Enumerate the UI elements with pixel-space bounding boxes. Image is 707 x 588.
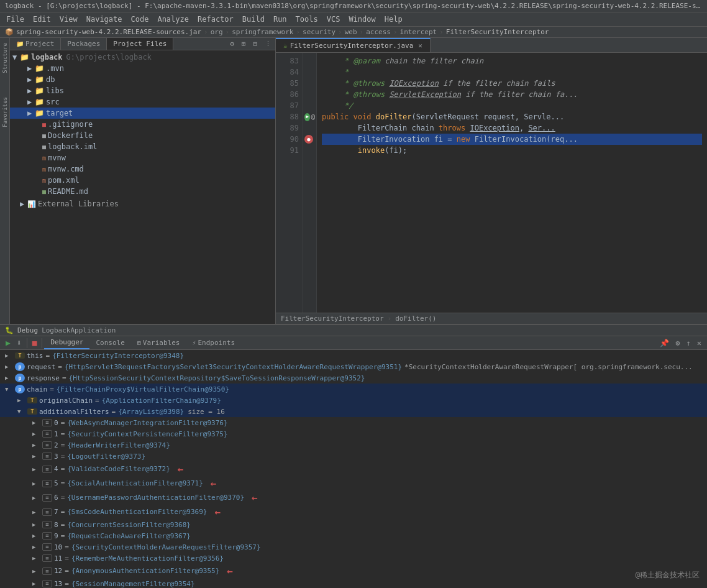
tree-db[interactable]: ▶ 📁 db xyxy=(10,74,275,85)
jar-file-label: spring-security-web-4.2.2.RELEASE-source… xyxy=(16,28,201,36)
debugger-tab-label: Debugger xyxy=(50,338,83,346)
var-filter-1[interactable]: ▶ ≡ 1 = {SecurityContextPersistenceFilte… xyxy=(0,428,707,439)
menu-item-help[interactable]: Help xyxy=(381,14,406,25)
debug-stop-btn[interactable]: ■ xyxy=(29,336,40,349)
tab-debugger[interactable]: Debugger xyxy=(44,336,89,349)
menu-item-window[interactable]: Window xyxy=(345,14,379,25)
menu-item-refactor[interactable]: Refactor xyxy=(194,14,237,25)
var-filter-5[interactable]: ▶ ≡ 5 = {SocialAuthenticationFilter@9371… xyxy=(0,476,707,490)
libs-label: libs xyxy=(46,86,64,95)
tab-packages-label: Packages xyxy=(67,40,100,48)
menu-bar: FileEditViewNavigateCodeAnalyzeRefactorB… xyxy=(0,12,707,27)
var-filter-9[interactable]: ▶ ≡ 9 = {RequestCacheAwareFilter@9367} xyxy=(0,530,707,541)
var-filter-3[interactable]: ▶ ≡ 3 = {LogoutFilter@9373} xyxy=(0,451,707,462)
bc-class: FilterSecurityInterceptor xyxy=(281,315,384,323)
collapse-icon[interactable]: ⊟ xyxy=(249,38,261,50)
breadcrumb-access: access xyxy=(366,28,391,36)
tab-console[interactable]: Console xyxy=(89,337,130,349)
code-line-90: FilterInvocation fi = new FilterInvocati… xyxy=(322,134,702,145)
console-tab-label: Console xyxy=(96,339,124,347)
code-line-88: public void doFilter(ServletRequest requ… xyxy=(322,111,702,122)
tab-project-files[interactable]: Project Files xyxy=(107,38,173,50)
var-originalchain[interactable]: ▶ T originalChain = {ApplicationFilterCh… xyxy=(0,395,707,406)
tree-mvnw-cmd[interactable]: m mvnw.cmd xyxy=(10,163,275,175)
code-line-83: * @param chain the filter chain xyxy=(322,55,702,67)
tree-logback-iml[interactable]: ■ logback.iml xyxy=(10,141,275,152)
watermark: @稀土掘金技术社区 xyxy=(636,570,700,581)
menu-item-build[interactable]: Build xyxy=(239,14,268,25)
options-icon[interactable]: ⋮ xyxy=(261,38,275,50)
debug-pin-btn[interactable]: 📌 xyxy=(657,337,672,349)
left-sidebar-strip: Structure Favorites xyxy=(0,38,10,324)
dockerfile-label: Dockerfile xyxy=(48,131,93,140)
var-filter-12[interactable]: ▶ ≡ 12 = {AnonymousAuthenticationFilter@… xyxy=(0,564,707,578)
bc-method: doFilter() xyxy=(395,315,436,323)
var-filter-6[interactable]: ▶ ≡ 6 = {UsernamePasswordAuthenticationF… xyxy=(0,490,707,505)
jar-tab-bar: 📦 spring-security-web-4.2.2.RELEASE-sour… xyxy=(0,27,707,38)
root-path: G:\projects\logback xyxy=(66,53,152,62)
tab-packages[interactable]: Packages xyxy=(61,38,107,50)
breadcrumb-intercept: intercept xyxy=(400,28,437,36)
mvnw-cmd-label: mvnw.cmd xyxy=(48,165,84,173)
var-chain[interactable]: ▼ p chain = {FilterChainProxy$VirtualFil… xyxy=(0,384,707,395)
tab-endpoints[interactable]: ⚡ Endpoints xyxy=(186,337,241,349)
title-bar: logback - [G:\projects\logback] - F:\apa… xyxy=(0,0,707,12)
run-icon[interactable]: ▶ xyxy=(304,113,310,121)
expand-icon[interactable]: ⊞ xyxy=(238,38,250,50)
menu-item-code[interactable]: Code xyxy=(127,14,153,25)
var-filter-11[interactable]: ▶ ≡ 11 = {RememberMeAuthenticationFilter… xyxy=(0,553,707,564)
menu-item-analyze[interactable]: Analyze xyxy=(153,14,193,25)
code-line-87: */ xyxy=(322,100,702,111)
tab-project[interactable]: 📁 Project xyxy=(10,38,61,50)
tree-target[interactable]: ▶ 📁 target xyxy=(10,108,275,119)
tab-variables[interactable]: ⊞ Variables xyxy=(131,337,186,349)
tree-gitignore[interactable]: ■ .gitignore xyxy=(10,119,275,130)
debug-resume-btn[interactable]: ▶ xyxy=(2,336,14,349)
breakpoint-icon[interactable]: ● xyxy=(304,135,313,144)
menu-item-run[interactable]: Run xyxy=(270,14,291,25)
tree-pom[interactable]: m pom.xml xyxy=(10,175,275,186)
menu-item-file[interactable]: File xyxy=(2,14,28,25)
menu-item-tools[interactable]: Tools xyxy=(292,14,322,25)
breadcrumb-sep-1: › xyxy=(204,28,208,36)
tree-root[interactable]: ▼ 📁 logback G:\projects\logback xyxy=(10,52,275,63)
code-line-86: * @throws ServletException if the filter… xyxy=(322,89,702,100)
code-editor: 83 84 85 86 87 88 89 90 91 ▶ @ xyxy=(276,53,707,313)
tree-src[interactable]: ▶ 📁 src xyxy=(10,96,275,108)
tree-readme[interactable]: ■ README.md xyxy=(10,186,275,197)
tree-mvnw[interactable]: m mvnw xyxy=(10,152,275,163)
var-filter-13[interactable]: ▶ ≡ 13 = {SessionManagementFilter@9354} xyxy=(0,578,707,588)
var-filter-0[interactable]: ▶ ≡ 0 = {WebAsyncManagerIntegrationFilte… xyxy=(0,417,707,428)
var-filter-2[interactable]: ▶ ≡ 2 = {HeaderWriterFilter@9374} xyxy=(0,439,707,451)
tab-project-files-label: Project Files xyxy=(113,40,166,48)
tree-dockerfile[interactable]: ■ Dockerfile xyxy=(10,130,275,141)
debug-icon: 🐛 xyxy=(5,326,14,334)
debug-settings-btn[interactable]: ⚙ xyxy=(672,337,683,349)
tree-external-libs[interactable]: ▶ 📊 External Libraries xyxy=(10,198,275,209)
var-filter-4[interactable]: ▶ ≡ 4 = {ValidateCodeFilter@9372} ← xyxy=(0,462,707,476)
menu-item-navigate[interactable]: Navigate xyxy=(83,14,126,25)
debug-export-btn[interactable]: ↑ xyxy=(683,337,694,349)
editor-tab-active[interactable]: ☕ FilterSecurityInterceptor.java ✕ xyxy=(276,38,431,52)
menu-item-vcs[interactable]: VCS xyxy=(323,14,344,25)
tree-mvn[interactable]: ▶ 📁 .mvn xyxy=(10,63,275,74)
gear-icon[interactable]: ⚙ xyxy=(226,38,238,50)
var-request[interactable]: ▶ p request = {HttpServlet3RequestFactor… xyxy=(0,361,707,372)
project-panel: 📁 Project Packages Project Files ⚙ ⊞ ⊟ ⋮… xyxy=(10,38,276,324)
var-filter-7[interactable]: ▶ ≡ 7 = {SmsCodeAuthenticationFilter@936… xyxy=(0,505,707,519)
menu-item-view[interactable]: View xyxy=(56,14,81,25)
gitignore-label: .gitignore xyxy=(48,120,93,129)
var-this[interactable]: ▶ T this = {FilterSecurityInterceptor@93… xyxy=(0,350,707,361)
tab-close-btn[interactable]: ✕ xyxy=(418,42,422,50)
var-response[interactable]: ▶ p response = {HttpSessionSecurityConte… xyxy=(0,372,707,384)
var-additionalfilters[interactable]: ▼ T additionalFilters = {ArrayList@9398}… xyxy=(0,406,707,417)
code-line-85: * @throws IOException if the filter chai… xyxy=(322,78,702,89)
var-filter-10[interactable]: ▶ ≡ 10 = {SecurityContextHolderAwareRequ… xyxy=(0,541,707,553)
debug-area: 🐛 Debug LogbackApplication ▶ ⬇ ■ Debugge… xyxy=(0,324,707,588)
debug-close-btn[interactable]: ✕ xyxy=(694,337,705,349)
menu-item-edit[interactable]: Edit xyxy=(29,14,55,25)
tree-libs[interactable]: ▶ 📁 libs xyxy=(10,85,275,96)
project-tabs[interactable]: 📁 Project Packages Project Files ⚙ ⊞ ⊟ ⋮ xyxy=(10,38,275,50)
debug-step-btn[interactable]: ⬇ xyxy=(14,336,25,349)
var-filter-8[interactable]: ▶ ≡ 8 = {ConcurrentSessionFilter@9368} xyxy=(0,519,707,530)
